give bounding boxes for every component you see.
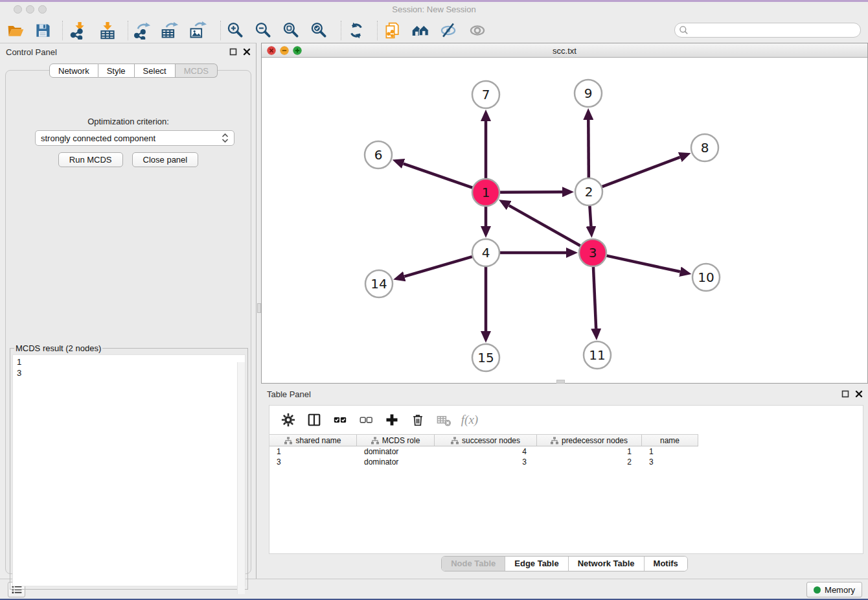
hierarchy-icon — [284, 437, 292, 444]
graph-node-10[interactable]: 10 — [692, 264, 720, 291]
import-table-icon[interactable] — [97, 20, 118, 41]
hierarchy-icon — [451, 437, 459, 444]
main-toolbar — [0, 17, 868, 43]
graph-node-11[interactable]: 11 — [584, 341, 611, 369]
graph-node-3[interactable]: 3 — [579, 239, 606, 266]
new-network-from-selection-icon[interactable] — [382, 20, 403, 41]
import-network-icon[interactable] — [67, 20, 88, 41]
tab-edge-table[interactable]: Edge Table — [505, 557, 568, 571]
graph-node-14[interactable]: 14 — [365, 270, 393, 297]
mcds-result-text[interactable]: 1 3 — [12, 354, 246, 586]
network-canvas[interactable]: 1234678910111415 — [262, 58, 867, 383]
graph-node-label: 3 — [589, 245, 597, 260]
function-builder-icon[interactable]: f(x) — [462, 412, 477, 428]
first-neighbors-icon[interactable] — [410, 20, 431, 41]
graph-edge-3-1[interactable] — [509, 205, 580, 246]
float-panel-icon[interactable] — [229, 48, 237, 56]
cell-successor-nodes[interactable]: 3 — [435, 457, 537, 467]
criterion-dropdown[interactable]: strongly connected component — [35, 130, 234, 146]
tab-mcds[interactable]: MCDS — [176, 63, 218, 78]
graph-node-8[interactable]: 8 — [691, 134, 718, 161]
show-all-icon[interactable] — [467, 20, 488, 41]
save-session-icon[interactable] — [32, 20, 53, 41]
graph-node-6[interactable]: 6 — [365, 141, 392, 168]
cell-mcds-role[interactable]: dominator — [357, 457, 435, 467]
graph-node-label: 7 — [482, 87, 490, 102]
close-panel-icon[interactable] — [243, 48, 251, 56]
cell-predecessor-nodes[interactable]: 1 — [537, 446, 642, 457]
tab-network[interactable]: Network — [49, 63, 98, 78]
graph-edge-1-6[interactable] — [404, 164, 473, 188]
zoom-out-icon[interactable] — [253, 20, 273, 41]
close-table-panel-icon[interactable] — [855, 390, 863, 398]
search-field[interactable] — [674, 23, 861, 38]
graph-node-9[interactable]: 9 — [575, 80, 602, 107]
close-panel-button[interactable]: Close panel — [132, 152, 199, 167]
graph-node-2[interactable]: 2 — [575, 178, 602, 205]
graph-edge-3-10[interactable] — [606, 256, 680, 272]
zoom-fit-icon[interactable] — [280, 20, 301, 41]
apply-layout-icon[interactable] — [346, 20, 367, 41]
column-header-name[interactable]: name — [642, 435, 698, 446]
horizontal-splitter-grip[interactable] — [556, 380, 565, 384]
graph-edge-2-3[interactable] — [589, 206, 591, 226]
delete-table-icon[interactable] — [436, 412, 451, 428]
add-row-icon[interactable] — [384, 412, 400, 428]
graph-edge-4-14[interactable] — [404, 257, 472, 276]
export-network-icon[interactable] — [131, 20, 152, 41]
run-mcds-button[interactable]: Run MCDS — [58, 152, 123, 167]
cell-successor-nodes[interactable]: 4 — [435, 446, 537, 457]
hide-selected-icon[interactable] — [438, 20, 459, 41]
cell-name[interactable]: 3 — [642, 457, 698, 467]
tab-network-table[interactable]: Network Table — [569, 557, 645, 571]
node-table-card: f(x) shared name MCDS role successor nod… — [269, 405, 863, 554]
zoom-in-icon[interactable] — [225, 20, 246, 41]
graph-node-1[interactable]: 1 — [472, 179, 499, 206]
zoom-selected-icon[interactable] — [308, 20, 329, 41]
export-table-icon[interactable] — [159, 20, 180, 41]
graph-node-15[interactable]: 15 — [472, 344, 499, 371]
cell-mcds-role[interactable]: dominator — [357, 446, 435, 457]
graph-edge-1-2[interactable] — [500, 192, 562, 192]
tab-style[interactable]: Style — [98, 63, 135, 78]
column-header-mcds-role[interactable]: MCDS role — [357, 435, 435, 446]
cell-shared-name[interactable]: 1 — [269, 446, 357, 457]
column-header-successor-nodes[interactable]: successor nodes — [435, 435, 537, 446]
column-label: shared name — [295, 436, 341, 445]
graph-edge-3-11[interactable] — [593, 267, 596, 329]
graph-edge-2-8[interactable] — [602, 157, 680, 187]
graph-node-7[interactable]: 7 — [472, 81, 499, 108]
graph-node-4[interactable]: 4 — [472, 239, 499, 266]
column-header-predecessor-nodes[interactable]: predecessor nodes — [537, 435, 642, 446]
memory-button[interactable]: Memory — [806, 582, 862, 597]
tab-select[interactable]: Select — [135, 63, 176, 78]
show-column-icon[interactable] — [306, 412, 322, 428]
tab-node-table[interactable]: Node Table — [442, 557, 505, 571]
open-session-icon[interactable] — [5, 20, 26, 41]
mcds-result-box: MCDS result (2 nodes) 1 3 — [10, 343, 248, 590]
cell-shared-name[interactable]: 3 — [269, 457, 357, 467]
tab-motifs[interactable]: Motifs — [645, 557, 687, 571]
float-table-panel-icon[interactable] — [841, 390, 849, 398]
table-row[interactable]: 3 dominator 3 2 3 — [269, 457, 863, 467]
network-window-titlebar[interactable]: scc.txt — [262, 43, 867, 58]
column-header-shared-name[interactable]: shared name — [269, 435, 357, 446]
column-label: name — [660, 436, 680, 445]
table-settings-icon[interactable] — [280, 412, 296, 428]
search-input[interactable] — [689, 25, 860, 36]
delete-row-icon[interactable] — [410, 412, 426, 428]
chevron-up-down-icon — [222, 133, 229, 143]
toolbar-separator — [62, 21, 63, 40]
deselect-all-icon[interactable] — [358, 412, 374, 428]
result-scrollbar[interactable] — [237, 362, 245, 594]
table-row[interactable]: 1 dominator 4 1 1 — [269, 446, 863, 457]
application-window: Session: New Session — [0, 0, 868, 600]
control-panel: Control Panel Network Style Select MCDS … — [0, 43, 257, 579]
control-panel-header: Control Panel — [0, 43, 256, 60]
export-image-icon[interactable] — [187, 20, 208, 41]
memory-status-icon — [814, 586, 821, 594]
cell-name[interactable]: 1 — [642, 446, 698, 457]
select-all-icon[interactable] — [332, 412, 348, 428]
cell-predecessor-nodes[interactable]: 2 — [537, 457, 642, 467]
graph-edge-2-9[interactable] — [588, 120, 589, 178]
